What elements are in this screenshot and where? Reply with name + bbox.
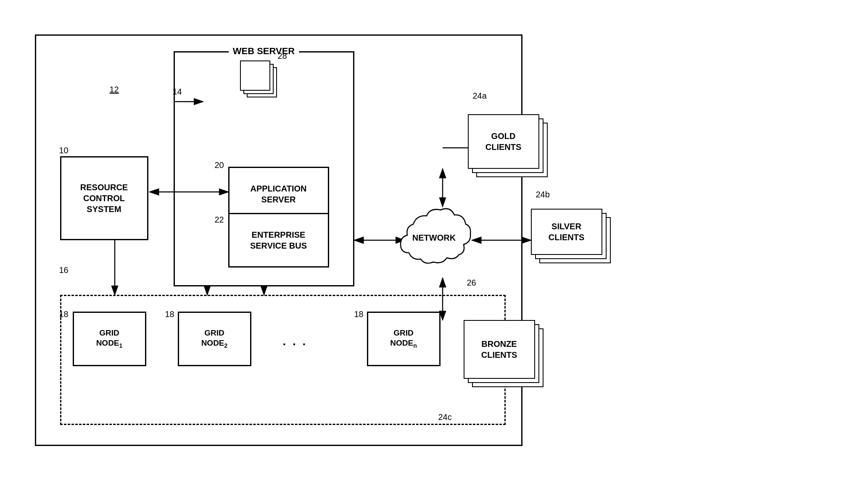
silver-clients-label: SILVERCLIENTS [549, 221, 585, 243]
ref-16: 16 [59, 265, 69, 275]
bronze-clients-label: BRONZECLIENTS [481, 338, 517, 360]
enterprise-service-bus-label: ENTERPRISESERVICE BUS [250, 229, 307, 251]
ref-24a: 24a [473, 91, 487, 101]
bronze-clients-stack: BRONZECLIENTS [464, 320, 548, 400]
application-server-label: APPLICATIONSERVER [250, 183, 306, 205]
gold-clients-label: GOLDCLIENTS [485, 131, 522, 152]
server-icon [237, 60, 287, 106]
ref-22: 22 [215, 215, 224, 225]
ref-26: 26 [467, 278, 476, 288]
ref-18a: 18 [59, 310, 69, 319]
ref-14: 14 [173, 87, 182, 97]
web-server-label: WEB SERVER [229, 46, 299, 57]
ref-24b: 24b [536, 190, 550, 199]
ref-18b: 18 [165, 310, 174, 319]
silver-clients-stack: SILVERCLIENTS [531, 209, 615, 272]
grid-node-1-box: GRIDNODE1 [73, 312, 146, 366]
ref-24c: 24c [438, 412, 452, 422]
ref-28: 28 [278, 51, 287, 61]
ref-20: 20 [215, 160, 224, 170]
subn: n [413, 342, 417, 349]
grid-node-2-label: GRIDNODE2 [201, 328, 228, 350]
sub1: 1 [119, 342, 123, 349]
gold-clients-stack: GOLDCLIENTS [468, 114, 552, 186]
enterprise-service-bus-box: ENTERPRISESERVICE BUS [228, 213, 329, 268]
grid-node-2-box: GRIDNODE2 [178, 312, 251, 366]
resource-control-box: RESOURCECONTROLSYSTEM [60, 156, 148, 240]
grid-node-n-box: GRIDNODEn [367, 312, 441, 366]
bronze-clients-box: BRONZECLIENTS [464, 320, 535, 379]
grid-node-n-label: GRIDNODEn [390, 328, 417, 350]
network-cloud: NETWORK [396, 202, 472, 274]
silver-clients-box: SILVERCLIENTS [531, 209, 602, 255]
gold-clients-box: GOLDCLIENTS [468, 114, 539, 169]
ref-10: 10 [59, 146, 69, 155]
sub2: 2 [224, 342, 228, 349]
dots: . . . [283, 335, 308, 348]
ref-18c: 18 [354, 310, 364, 319]
grid-node-1-label: GRIDNODE1 [96, 328, 123, 350]
resource-control-label: RESOURCECONTROLSYSTEM [80, 182, 128, 215]
network-label: NETWORK [412, 233, 456, 243]
ref-12: 12 [110, 85, 119, 94]
diagram: WEB SERVER [18, 18, 850, 463]
